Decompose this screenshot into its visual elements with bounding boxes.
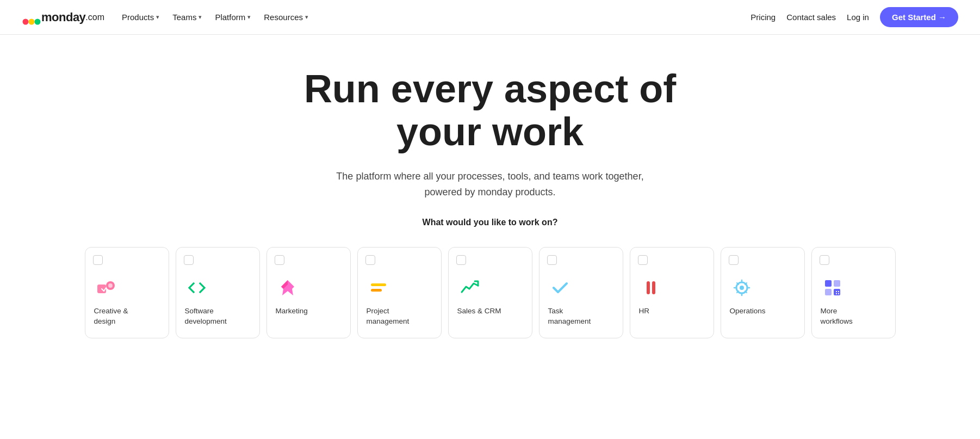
chevron-down-icon: ▾ xyxy=(156,14,159,21)
svg-point-11 xyxy=(740,286,744,290)
card-label-task: Taskmanagement xyxy=(548,306,591,327)
card-marketing[interactable]: Marketing xyxy=(266,247,351,338)
svg-point-5 xyxy=(108,283,113,288)
card-checkbox-hr[interactable] xyxy=(638,255,648,265)
chevron-down-icon: ▾ xyxy=(247,14,251,21)
logo-icon xyxy=(22,8,41,27)
logo-com: .com xyxy=(85,13,104,22)
sales-icon xyxy=(457,276,481,300)
software-icon xyxy=(185,276,209,300)
creative-icon xyxy=(94,276,118,300)
card-operations[interactable]: Operations xyxy=(721,247,805,338)
card-sales[interactable]: Sales & CRM xyxy=(448,247,532,338)
nav-pricing[interactable]: Pricing xyxy=(750,13,776,22)
hero-title: Run every aspect of your work xyxy=(300,67,680,153)
hero-subtitle: The platform where all your processes, t… xyxy=(332,169,648,200)
marketing-icon xyxy=(276,276,300,300)
svg-rect-9 xyxy=(652,281,655,294)
card-checkbox-operations[interactable] xyxy=(729,255,739,265)
card-task[interactable]: Taskmanagement xyxy=(539,247,623,338)
svg-point-2 xyxy=(35,18,41,24)
card-label-operations: Operations xyxy=(730,306,766,317)
card-label-creative: Creative &design xyxy=(94,306,128,327)
svg-rect-8 xyxy=(647,281,650,294)
svg-rect-20 xyxy=(825,280,832,287)
nav-link-products[interactable]: Products ▾ xyxy=(122,13,159,22)
card-label-more: Moreworkflows xyxy=(821,306,853,327)
logo-text: monday xyxy=(41,10,85,24)
hero-section: Run every aspect of your work The platfo… xyxy=(0,35,980,382)
card-checkbox-software[interactable] xyxy=(184,255,194,265)
nav-link-teams[interactable]: Teams ▾ xyxy=(172,13,202,22)
svg-rect-22 xyxy=(825,289,832,295)
navbar: monday.com Products ▾ Teams ▾ Platform ▾… xyxy=(0,0,980,35)
svg-point-1 xyxy=(29,18,35,24)
more-icon xyxy=(821,276,845,300)
nav-links: Products ▾ Teams ▾ Platform ▾ Resources … xyxy=(122,13,308,22)
card-checkbox-marketing[interactable] xyxy=(275,255,284,265)
nav-link-platform[interactable]: Platform ▾ xyxy=(215,13,251,22)
operations-icon xyxy=(730,276,754,300)
svg-rect-7 xyxy=(371,289,382,292)
task-icon xyxy=(548,276,572,300)
card-software[interactable]: Softwaredevelopment xyxy=(176,247,260,338)
hr-icon xyxy=(639,276,663,300)
card-checkbox-project[interactable] xyxy=(365,255,375,265)
card-checkbox-more[interactable] xyxy=(820,255,829,265)
card-label-marketing: Marketing xyxy=(276,306,308,317)
card-project[interactable]: Projectmanagement xyxy=(357,247,442,338)
nav-left: monday.com Products ▾ Teams ▾ Platform ▾… xyxy=(22,8,308,27)
card-label-project: Projectmanagement xyxy=(367,306,410,327)
card-label-sales: Sales & CRM xyxy=(457,306,501,317)
hero-cta: What would you like to work on? xyxy=(423,218,558,227)
card-more[interactable]: Moreworkflows xyxy=(811,247,896,338)
project-icon xyxy=(367,276,390,300)
nav-right: Pricing Contact sales Log in Get Started… xyxy=(750,7,958,27)
nav-contact-sales[interactable]: Contact sales xyxy=(786,13,836,22)
chevron-down-icon: ▾ xyxy=(199,14,202,21)
card-checkbox-task[interactable] xyxy=(547,255,557,265)
card-label-hr: HR xyxy=(639,306,650,317)
chevron-down-icon: ▾ xyxy=(305,14,308,21)
card-hr[interactable]: HR xyxy=(630,247,714,338)
card-checkbox-creative[interactable] xyxy=(93,255,103,265)
workflow-cards: Creative &design Softwaredevelopment xyxy=(22,247,958,360)
svg-rect-6 xyxy=(371,283,386,286)
svg-point-0 xyxy=(23,18,29,24)
card-label-software: Softwaredevelopment xyxy=(185,306,227,327)
nav-login[interactable]: Log in xyxy=(847,13,869,22)
nav-link-resources[interactable]: Resources ▾ xyxy=(264,13,308,22)
svg-rect-21 xyxy=(834,280,840,287)
get-started-button[interactable]: Get Started → xyxy=(880,7,958,27)
logo[interactable]: monday.com xyxy=(22,8,104,27)
card-checkbox-sales[interactable] xyxy=(456,255,466,265)
card-creative[interactable]: Creative &design xyxy=(85,247,169,338)
